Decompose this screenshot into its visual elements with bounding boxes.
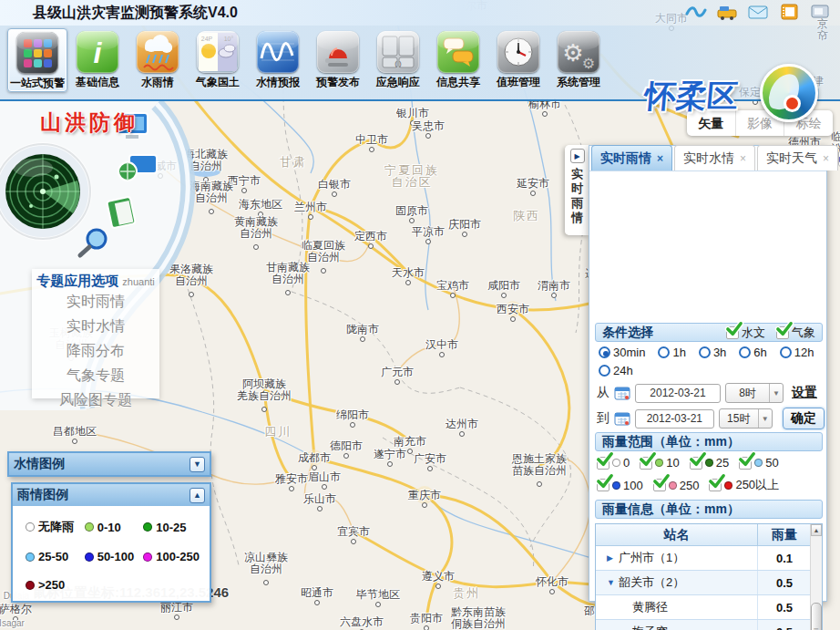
expand-row-icon[interactable]: ▶ bbox=[607, 553, 619, 563]
map-label: 广安市 bbox=[414, 453, 446, 465]
map-label: 毕节地区 bbox=[356, 589, 400, 601]
tab-close-icon[interactable]: × bbox=[823, 152, 829, 165]
range-option-0[interactable]: 0 bbox=[597, 456, 630, 470]
range-option-50[interactable]: 50 bbox=[739, 456, 778, 470]
table-row[interactable]: 黄腾径0.5 bbox=[596, 595, 822, 620]
toolbar-button-hydro[interactable]: 水情预报 bbox=[248, 28, 308, 92]
checkbox-checked-icon[interactable] bbox=[690, 457, 702, 470]
panel-collapse-icon[interactable]: ▶ bbox=[570, 149, 585, 163]
radio-icon[interactable] bbox=[699, 346, 711, 358]
radio-icon[interactable] bbox=[780, 346, 792, 358]
duration-radio-12h[interactable]: 12h bbox=[780, 346, 814, 359]
toolbar-button-rain[interactable]: 水雨情 bbox=[128, 28, 188, 92]
wave-icon[interactable] bbox=[685, 3, 707, 21]
checkbox-checked-icon[interactable] bbox=[726, 326, 739, 339]
menu-item[interactable]: 实时雨情 bbox=[32, 290, 159, 315]
range-option-250以上[interactable]: 250以上 bbox=[709, 477, 779, 493]
water-legend-toggle[interactable]: ▼ bbox=[190, 457, 205, 472]
tab-close-icon[interactable]: × bbox=[740, 152, 746, 165]
radio-icon[interactable] bbox=[599, 346, 610, 358]
toolbar-button-emergency[interactable]: ( )应急响应 bbox=[368, 28, 428, 92]
duration-radio-24h[interactable]: 24h bbox=[599, 364, 633, 377]
to-hour-select[interactable]: 15时 ▼ bbox=[719, 408, 773, 429]
collapse-row-icon[interactable]: ▼ bbox=[607, 578, 619, 587]
map-label: 甘肃 bbox=[280, 156, 307, 168]
condition-check-水文[interactable]: 水文 bbox=[726, 325, 765, 341]
table-row[interactable]: 梅子窝0.5 bbox=[596, 620, 822, 630]
tab-实时天气[interactable]: 实时天气× bbox=[757, 145, 838, 170]
table-row[interactable]: ▼韶关市（2）0.5 bbox=[596, 571, 822, 595]
rain-legend-toggle[interactable]: ▲ bbox=[190, 488, 205, 503]
svg-text:( ): ( ) bbox=[394, 59, 402, 67]
confirm-button[interactable]: 确定 bbox=[783, 408, 825, 429]
panel-collapse-handle[interactable]: ▶ 实时雨情 bbox=[565, 145, 589, 235]
menu-item[interactable]: 降雨分布 bbox=[32, 339, 159, 364]
radio-icon[interactable] bbox=[739, 346, 751, 358]
map-label: 遵义市 bbox=[422, 571, 455, 583]
chat-icon[interactable] bbox=[809, 3, 831, 21]
map-label: 阿坝藏族 羌族自治州 bbox=[237, 378, 292, 402]
water-legend-header: 水情图例 ▼ bbox=[9, 453, 210, 475]
checkbox-checked-icon[interactable] bbox=[739, 457, 752, 470]
tab-实时水情[interactable]: 实时水情× bbox=[674, 145, 755, 170]
toolbar-button-alarm[interactable]: 预警发布 bbox=[308, 28, 368, 92]
duration-radio-1h[interactable]: 1h bbox=[658, 346, 685, 359]
map-label: 黔东南苗族 侗族自治州 bbox=[451, 606, 506, 630]
from-hour-dropdown-icon[interactable]: ▼ bbox=[769, 384, 783, 402]
map-city-dot bbox=[289, 486, 294, 491]
checkbox-checked-icon[interactable] bbox=[597, 479, 610, 491]
to-date-input[interactable]: 2012-03-21 bbox=[635, 409, 714, 429]
from-date-input[interactable]: 2012-03-21 bbox=[635, 384, 721, 403]
table-scrollbar[interactable]: ▲ ▼ bbox=[810, 524, 822, 630]
toolbar-button-info[interactable]: i基础信息 bbox=[67, 28, 128, 92]
vehicle-icon[interactable] bbox=[716, 3, 738, 21]
map-city-dot bbox=[308, 214, 313, 220]
range-option-250[interactable]: 250 bbox=[653, 477, 700, 493]
notebook-icon[interactable] bbox=[778, 3, 800, 21]
range-option-25[interactable]: 25 bbox=[690, 456, 729, 470]
range-label: 250 bbox=[680, 479, 700, 492]
map-label: 渭南市 bbox=[538, 280, 570, 292]
map-label: 绵阳市 bbox=[336, 409, 369, 421]
menu-item[interactable]: 气象专题 bbox=[32, 364, 159, 388]
checkbox-checked-icon[interactable] bbox=[709, 479, 722, 491]
duration-radio-6h[interactable]: 6h bbox=[739, 346, 766, 359]
duration-radio-30min[interactable]: 30min bbox=[599, 346, 645, 359]
table-row[interactable]: ▶广州市（1）0.1 bbox=[596, 546, 822, 571]
toolbar-button-duty[interactable]: 值班管理 bbox=[488, 28, 548, 92]
checkbox-checked-icon[interactable] bbox=[653, 479, 666, 491]
toolbar-button-system[interactable]: ⚙⚙系统管理 bbox=[548, 28, 609, 92]
settings-link[interactable]: 设置 bbox=[792, 385, 817, 401]
map-city-dot bbox=[314, 600, 320, 605]
from-hour-select[interactable]: 8时 ▼ bbox=[725, 383, 784, 403]
scrollbar-thumb[interactable] bbox=[811, 603, 822, 630]
menu-item[interactable]: 实时水情 bbox=[32, 315, 159, 339]
radio-icon[interactable] bbox=[599, 365, 610, 377]
from-calendar-icon[interactable] bbox=[614, 386, 630, 400]
mail-icon[interactable] bbox=[747, 3, 769, 21]
menu-item[interactable]: 风险图专题 bbox=[32, 388, 159, 413]
range-option-100[interactable]: 100 bbox=[597, 477, 643, 493]
radio-icon[interactable] bbox=[658, 346, 670, 358]
duration-radio-3h[interactable]: 3h bbox=[699, 346, 726, 359]
tab-实时雨情[interactable]: 实时雨情× bbox=[591, 145, 672, 170]
toolbar-button-apps[interactable]: 一站式预警 bbox=[7, 28, 67, 92]
checkbox-checked-icon[interactable] bbox=[597, 457, 610, 470]
realtime-rain-panel: 实时雨情×实时水情×实时天气×▶ 条件选择 水文气象 30min1h3h6h12… bbox=[589, 145, 827, 602]
map-label: 银川市 bbox=[396, 108, 429, 119]
checkbox-checked-icon[interactable] bbox=[776, 326, 789, 339]
map-city-dot bbox=[549, 589, 555, 594]
range-option-10[interactable]: 10 bbox=[640, 456, 679, 470]
rain-amount: 0.1 bbox=[758, 546, 811, 570]
toolbar-button-share[interactable]: 信息共享 bbox=[428, 28, 488, 92]
toolbar-button-geo[interactable]: 24P10°气象国土 bbox=[188, 28, 248, 92]
scroll-up-icon[interactable]: ▲ bbox=[811, 524, 822, 536]
checkbox-checked-icon[interactable] bbox=[640, 457, 652, 470]
toolbar-button-label: 系统管理 bbox=[557, 75, 600, 90]
to-hour-dropdown-icon[interactable]: ▼ bbox=[758, 409, 772, 428]
to-calendar-icon[interactable] bbox=[614, 411, 630, 426]
tab-close-icon[interactable]: × bbox=[657, 152, 663, 165]
condition-check-label: 水文 bbox=[742, 325, 765, 341]
condition-check-气象[interactable]: 气象 bbox=[776, 325, 815, 341]
legend-label: 0-10 bbox=[97, 521, 121, 534]
